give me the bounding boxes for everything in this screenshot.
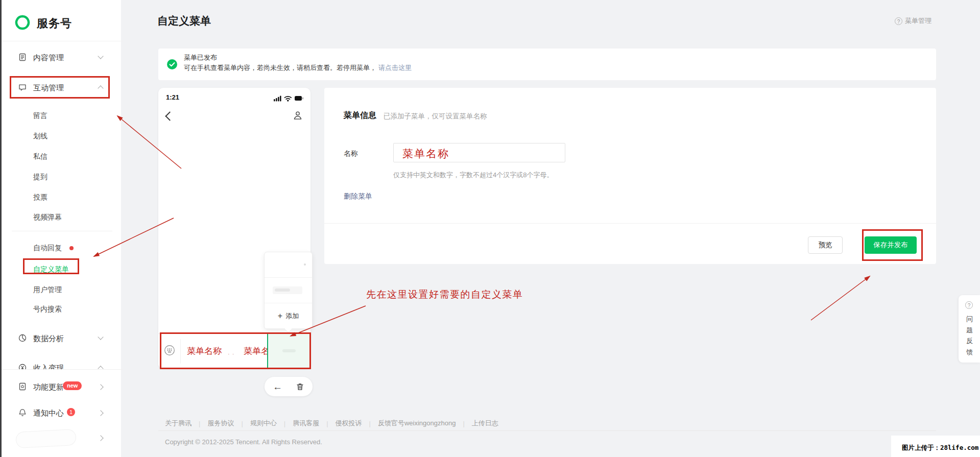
divider (12, 231, 112, 231)
sidebar: 服务号 内容管理 互动管理 留言 划 (0, 0, 121, 457)
sidebar-item-feature-updates[interactable]: 功能更新 new (2, 381, 123, 393)
banner-body: 可在手机查看菜单内容，若尚未生效，请稍后查看。若停用菜单，请点击这里 (184, 63, 412, 73)
sidebar-item-label: 自动回复 (33, 244, 62, 253)
chevron-down-icon (98, 334, 103, 340)
footer-link[interactable]: 服务协议 (207, 419, 234, 428)
service-account-logo-icon (14, 14, 31, 33)
preview-button[interactable]: 预览 (808, 236, 843, 254)
footer-link[interactable]: 规则中心 (250, 419, 277, 428)
menu-name-value: 菜单名称 (402, 147, 449, 161)
sidebar-item-account-search[interactable]: 号内搜索 (2, 303, 123, 316)
sidebar-item-label: 私信 (33, 152, 47, 161)
divider (180, 339, 181, 364)
sidebar-item-underline[interactable]: 划线 (2, 130, 123, 142)
check-circle-icon (167, 59, 177, 71)
redacted-mark (282, 349, 296, 352)
sidebar-item-mentions[interactable]: 提到 (2, 171, 123, 183)
sidebar-item-data-analysis[interactable]: 数据分析 (2, 332, 123, 345)
sidebar-item-comments[interactable]: 留言 (2, 110, 123, 122)
chevron-up-icon (98, 366, 103, 369)
question-circle-icon: ? (895, 17, 902, 25)
status-time: 1:21 (166, 93, 179, 101)
sidebar-item-votes[interactable]: 投票 (2, 191, 123, 204)
document-icon (18, 53, 27, 61)
sidebar-item-content-management[interactable]: 内容管理 (2, 52, 123, 64)
divider: | (369, 420, 371, 427)
back-arrow-icon[interactable]: ← (273, 382, 282, 392)
add-submenu-button[interactable]: + 添加 (265, 303, 312, 328)
sidebar-item-label: 数据分析 (33, 334, 64, 344)
chevron-up-icon (98, 85, 103, 91)
submenu-item-redacted[interactable] (265, 252, 312, 278)
submenu-item-redacted[interactable] (265, 278, 312, 303)
sidebar-item-private-message[interactable]: 私信 (2, 151, 123, 163)
menu-item-1[interactable]: 菜单名称 (182, 345, 226, 357)
watermark-text: 图片上传于：28life.com (902, 444, 978, 452)
help-label: 菜单管理 (905, 16, 931, 26)
chevron-down-icon (98, 53, 103, 59)
footer-link[interactable]: 上传日志 (472, 419, 498, 428)
footer-link[interactable]: 关于腾讯 (165, 419, 192, 428)
pie-chart-icon (18, 334, 27, 342)
menu-management-help[interactable]: ? 菜单管理 (895, 16, 931, 26)
keyboard-icon[interactable] (164, 345, 175, 358)
save-publish-button[interactable]: 保存并发布 (865, 236, 917, 254)
divider: | (199, 420, 200, 427)
sidebar-item-auto-reply[interactable]: 自动回复 (2, 242, 123, 254)
annotation-text: 先在这里设置好需要的自定义菜单 (366, 288, 523, 301)
wifi-icon (285, 97, 292, 99)
menu-item-selected-empty[interactable] (268, 334, 310, 369)
person-icon[interactable] (293, 110, 303, 123)
notification-count-badge: 1 (67, 408, 75, 416)
copyright: Copyright © 2012-2025 Tencent. All Right… (165, 438, 322, 446)
delete-menu-link[interactable]: 删除菜单 (344, 192, 372, 201)
divider: | (326, 420, 328, 427)
chevron-right-icon (98, 384, 103, 390)
panel-title: 菜单信息 (344, 110, 376, 121)
chat-bubble-icon (18, 83, 27, 91)
watermark: 图片上传于：28life.com (891, 436, 980, 457)
name-field-label: 名称 (344, 149, 358, 158)
bell-icon (18, 408, 27, 417)
divider: | (284, 420, 285, 427)
sidebar-item-monetization[interactable]: 收入变现 (2, 362, 123, 369)
menu-edit-toolbar: ← (265, 377, 313, 396)
sidebar-item-label: 收入变现 (33, 364, 64, 369)
trash-icon[interactable] (296, 382, 304, 391)
divider (324, 223, 936, 224)
page-title: 自定义菜单 (157, 14, 211, 28)
notification-dot (69, 246, 74, 250)
redacted-text (273, 286, 302, 294)
chevron-left-icon[interactable] (165, 111, 174, 121)
sidebar-item-user-management[interactable]: 用户管理 (2, 284, 123, 296)
redacted-account-name (15, 429, 77, 448)
footer-link[interactable]: 腾讯客服 (293, 419, 319, 428)
battery-icon (295, 96, 303, 101)
disable-menu-link[interactable]: 请点击这里 (378, 64, 412, 71)
signal-icon (274, 96, 281, 102)
add-label: 添加 (285, 311, 299, 321)
feedback-tab[interactable]: ? 问题反馈 (959, 295, 980, 363)
menu-info-panel: 菜单信息 已添加子菜单，仅可设置菜单名称 名称 菜单名称 仅支持中英文和数字，字… (324, 88, 936, 264)
footer-link[interactable]: 反馈官号weixingongzhong (378, 419, 456, 428)
sidebar-item-interaction-management[interactable]: 互动管理 (2, 82, 123, 94)
sidebar-item-video-danmu[interactable]: 视频弹幕 (2, 211, 123, 224)
book-icon (18, 382, 27, 391)
status-icons (274, 94, 303, 104)
sidebar-item-label: 互动管理 (33, 83, 64, 93)
phone-preview: 1:21 (158, 88, 310, 369)
sidebar-item-monetization-clipped: 收入变现 (2, 356, 123, 369)
published-banner: 菜单已发布 可在手机查看菜单内容，若尚未生效，请稍后查看。若停用菜单，请点击这里 (158, 49, 936, 80)
banner-body-text: 可在手机查看菜单内容，若尚未生效，请稍后查看。若停用菜单， (184, 64, 376, 71)
sidebar-item-label: 功能更新 (33, 382, 64, 392)
divider: | (463, 420, 464, 427)
sidebar-item-custom-menu[interactable]: 自定义菜单 (2, 263, 123, 276)
chevron-right-icon (98, 435, 103, 441)
divider (2, 41, 123, 41)
sidebar-item-label: 自定义菜单 (33, 265, 69, 274)
logo: 服务号 (14, 14, 72, 33)
feedback-label: 问题反馈 (966, 314, 973, 357)
sidebar-item-notification-center[interactable]: 通知中心 1 (2, 407, 123, 419)
menu-name-input[interactable]: 菜单名称 (393, 143, 565, 162)
footer-link[interactable]: 侵权投诉 (336, 419, 362, 428)
